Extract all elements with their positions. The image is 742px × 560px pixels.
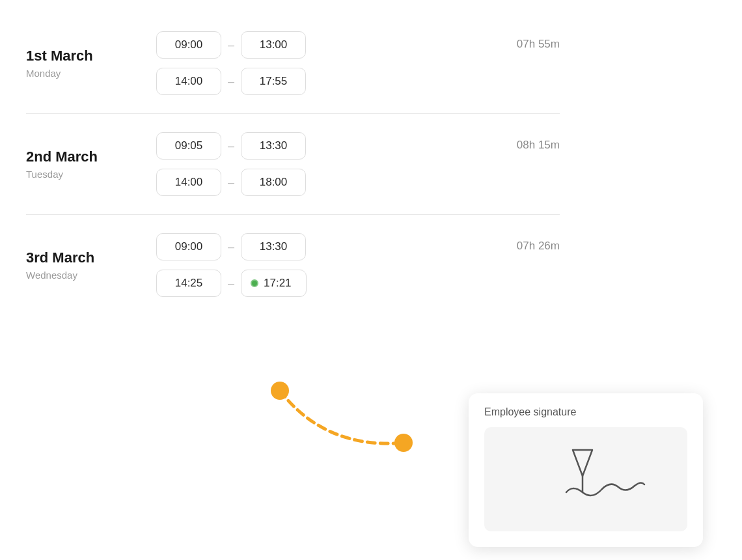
time-slots-2: 09:05 – 13:30 14:00 – 18:00: [156, 132, 469, 196]
end-time-2-2[interactable]: 18:00: [241, 169, 306, 196]
day-label-2: 2nd March Tuesday: [26, 148, 156, 179]
svg-marker-2: [573, 450, 592, 476]
end-time-3-2-value: 17:21: [264, 277, 292, 290]
time-slots-3: 09:00 – 13:30 14:25 – 17:21: [156, 233, 469, 297]
day-label-1: 1st March Monday: [26, 48, 156, 78]
time-pair-2-1: 09:05 – 13:30: [156, 132, 469, 160]
start-time-1-1[interactable]: 09:00: [156, 31, 221, 59]
start-time-3-1[interactable]: 09:00: [156, 233, 221, 260]
end-time-3-1[interactable]: 13:30: [241, 233, 306, 260]
day-row-3: 3rd March Wednesday 09:00 – 13:30 14:25 …: [26, 215, 560, 315]
time-pair-2-2: 14:00 – 18:00: [156, 169, 469, 196]
weekday-1: Monday: [26, 68, 156, 79]
start-time-1-2[interactable]: 14:00: [156, 68, 221, 95]
dash-2-1: –: [228, 139, 234, 153]
start-time-3-2[interactable]: 14:25: [156, 270, 221, 297]
total-hours-2: 08h 15m: [482, 132, 560, 152]
start-time-2-2[interactable]: 14:00: [156, 169, 221, 196]
dash-3-1: –: [228, 240, 234, 254]
signature-drawing: [521, 440, 651, 518]
day-label-3: 3rd March Wednesday: [26, 249, 156, 280]
time-pair-1-2: 14:00 – 17:55: [156, 68, 469, 95]
date-2: 2nd March: [26, 148, 156, 165]
time-pair-3-2: 14:25 – 17:21: [156, 270, 469, 297]
weekday-2: Tuesday: [26, 169, 156, 180]
total-hours-1: 07h 55m: [482, 31, 560, 51]
time-slots-1: 09:00 – 13:00 14:00 – 17:55: [156, 31, 469, 95]
end-time-1-2[interactable]: 17:55: [241, 68, 306, 95]
end-time-3-2[interactable]: 17:21: [241, 270, 307, 297]
start-time-2-1[interactable]: 09:05: [156, 132, 221, 160]
signature-box: [484, 427, 687, 531]
date-3: 3rd March: [26, 249, 156, 266]
weekday-3: Wednesday: [26, 270, 156, 281]
schedule-container: 1st March Monday 09:00 – 13:00 14:00 – 1…: [0, 0, 586, 328]
dash-1-1: –: [228, 38, 234, 52]
day-row-2: 2nd March Tuesday 09:05 – 13:30 14:00 – …: [26, 114, 560, 215]
end-time-1-1[interactable]: 13:00: [241, 31, 306, 59]
total-hours-3: 07h 26m: [482, 233, 560, 253]
date-1: 1st March: [26, 48, 156, 64]
end-time-2-1[interactable]: 13:30: [241, 132, 306, 160]
dashed-arrow-svg: [182, 371, 508, 501]
signature-card: Employee signature: [469, 393, 703, 547]
dash-2-2: –: [228, 176, 234, 189]
dash-3-2: –: [228, 277, 234, 290]
dash-1-2: –: [228, 75, 234, 89]
svg-point-1: [394, 434, 413, 452]
day-row-1: 1st March Monday 09:00 – 13:00 14:00 – 1…: [26, 13, 560, 114]
time-pair-1-1: 09:00 – 13:00: [156, 31, 469, 59]
svg-point-0: [271, 382, 289, 400]
time-pair-3-1: 09:00 – 13:30: [156, 233, 469, 260]
signature-label: Employee signature: [484, 406, 687, 418]
active-indicator-dot: [251, 279, 258, 287]
